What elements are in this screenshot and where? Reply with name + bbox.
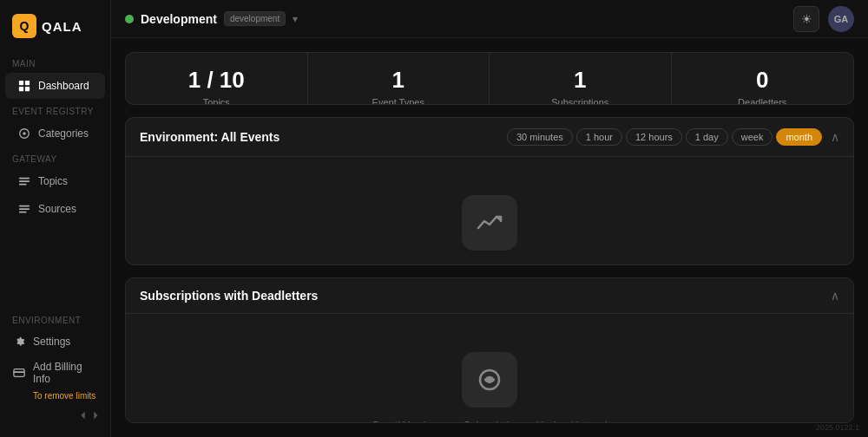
deadletters-collapse-icon[interactable]: ∧ <box>831 289 839 303</box>
event-registry-label: Event Registry <box>0 100 110 120</box>
all-events-empty-icon-wrap <box>462 195 517 251</box>
topbar: Development development ▾ ☀ GA <box>111 0 868 38</box>
billing-icon <box>12 366 26 380</box>
env-badge: development <box>224 11 286 26</box>
dashboard-label: Dashboard <box>38 80 89 92</box>
all-events-collapse-icon[interactable]: ∧ <box>831 130 839 144</box>
deadletters-empty-icon-wrap <box>462 352 517 408</box>
categories-icon <box>17 127 31 140</box>
sidebar-collapse-button[interactable] <box>0 404 110 427</box>
sidebar-item-settings[interactable]: Settings <box>0 329 110 355</box>
svg-rect-3 <box>25 87 30 91</box>
sidebar-item-dashboard[interactable]: Dashboard <box>5 73 105 99</box>
topics-icon <box>17 174 31 188</box>
svg-rect-10 <box>19 208 30 210</box>
topics-label: Topics <box>38 175 68 187</box>
all-events-empty-text: No events have been published to a topic… <box>307 263 672 265</box>
svg-rect-13 <box>14 371 24 373</box>
sidebar-item-billing[interactable]: Add Billing Info <box>0 355 110 391</box>
topbar-left: Development development ▾ <box>125 11 298 26</box>
sidebar-logo: Q QALA <box>0 10 110 52</box>
svg-rect-1 <box>25 81 30 85</box>
stat-event-types-value: 1 <box>322 67 476 94</box>
stat-subscriptions-label: Subscriptions <box>503 97 657 105</box>
deadletters-title: Subscriptions with Deadletters <box>140 289 318 303</box>
svg-rect-8 <box>19 184 27 186</box>
all-events-panel: Environment: All Events 30 minutes 1 hou… <box>125 117 854 265</box>
svg-rect-0 <box>19 81 23 85</box>
deadletters-panel: Subscriptions with Deadletters ∧ Great! … <box>125 277 854 423</box>
svg-rect-9 <box>19 205 30 207</box>
stat-deadletters: 0 Deadletters <box>672 53 854 105</box>
content-area: 1 / 10 Topics 1 Event Types 1 Subscripti… <box>111 38 868 437</box>
all-events-body: No events have been published to a topic… <box>126 157 853 265</box>
stat-subscriptions: 1 Subscriptions <box>490 53 672 105</box>
svg-rect-6 <box>19 178 30 179</box>
stat-topics-label: Topics <box>140 97 293 105</box>
deadletters-empty-text: Great! You have no Subscriptions with de… <box>372 420 608 423</box>
sidebar-bottom: Environment Settings Add Billing Info To… <box>0 309 110 427</box>
billing-label: Add Billing Info <box>33 361 98 385</box>
stat-topics-value: 1 / 10 <box>140 67 293 94</box>
svg-point-5 <box>23 132 26 135</box>
trend-icon <box>476 209 503 237</box>
svg-rect-11 <box>19 212 27 213</box>
sidebar-item-topics[interactable]: Topics <box>5 168 105 194</box>
all-events-empty: No events have been published to a topic… <box>140 169 839 265</box>
logo-text: QALA <box>42 19 82 34</box>
categories-label: Categories <box>38 127 89 140</box>
sources-label: Sources <box>38 203 76 215</box>
user-avatar[interactable]: GA <box>828 6 854 32</box>
time-btn-1day[interactable]: 1 day <box>686 128 728 146</box>
billing-warning: To remove limits <box>0 391 110 404</box>
time-btn-1hour[interactable]: 1 hour <box>576 128 622 146</box>
env-chevron-icon[interactable]: ▾ <box>293 13 298 25</box>
all-events-panel-header: Environment: All Events 30 minutes 1 hou… <box>126 118 853 157</box>
stat-event-types: 1 Event Types <box>308 53 490 105</box>
logo-icon: Q <box>12 14 36 38</box>
svg-point-15 <box>487 377 492 382</box>
environment-label: Environment <box>0 309 110 329</box>
stat-deadletters-label: Deadletters <box>686 97 840 105</box>
stat-event-types-label: Event Types <box>322 97 476 105</box>
time-btn-week[interactable]: week <box>732 128 773 146</box>
deadletters-empty: Great! You have no Subscriptions with de… <box>140 326 839 423</box>
stat-topics: 1 / 10 Topics <box>126 53 308 105</box>
settings-label: Settings <box>33 336 70 348</box>
dashboard-icon <box>17 79 31 93</box>
deadletter-icon <box>476 366 503 394</box>
main-content: Development development ▾ ☀ GA 1 / 10 To… <box>111 0 868 437</box>
main-section-label: Main <box>0 52 110 72</box>
time-btn-12hours[interactable]: 12 hours <box>626 128 682 146</box>
env-status-dot <box>125 15 134 23</box>
svg-rect-2 <box>19 87 23 91</box>
sidebar: Q QALA Main Dashboard Event Registry Cat… <box>0 0 111 437</box>
deadletters-body: Great! You have no Subscriptions with de… <box>126 314 853 423</box>
sidebar-item-categories[interactable]: Categories <box>5 121 105 147</box>
env-name: Development <box>141 12 217 26</box>
settings-icon <box>12 335 26 349</box>
stats-row: 1 / 10 Topics 1 Event Types 1 Subscripti… <box>125 52 854 105</box>
sources-icon <box>17 202 31 216</box>
stat-deadletters-value: 0 <box>686 67 840 94</box>
gateway-label: Gateway <box>0 147 110 167</box>
svg-rect-7 <box>19 180 30 182</box>
time-btn-30min[interactable]: 30 minutes <box>507 128 573 146</box>
all-events-title: Environment: All Events <box>140 130 279 144</box>
version-label: 2025.0122.1 <box>816 423 859 432</box>
topbar-right: ☀ GA <box>793 6 854 32</box>
time-btn-month[interactable]: month <box>776 128 822 146</box>
stat-subscriptions-value: 1 <box>503 67 657 94</box>
deadletters-panel-header: Subscriptions with Deadletters ∧ <box>126 278 853 314</box>
sidebar-item-sources[interactable]: Sources <box>5 196 105 222</box>
time-filters: 30 minutes 1 hour 12 hours 1 day week mo… <box>507 128 822 146</box>
theme-toggle-button[interactable]: ☀ <box>793 6 819 32</box>
